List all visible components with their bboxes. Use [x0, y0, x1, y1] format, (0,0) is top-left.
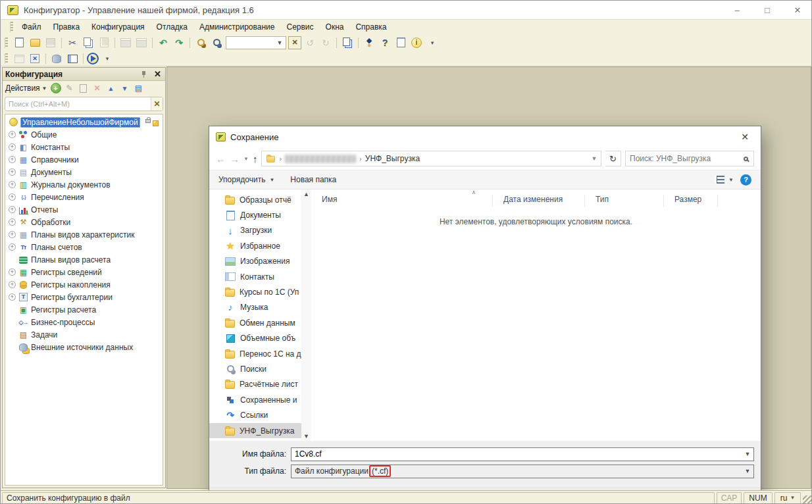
- win-settings-icon[interactable]: [12, 52, 26, 65]
- tree-item-label[interactable]: Отчеты: [31, 205, 58, 214]
- divider-icon[interactable]: [150, 37, 155, 49]
- tree-item-label[interactable]: Константы: [31, 143, 70, 152]
- menu-item[interactable]: Конфигурация: [86, 21, 151, 33]
- resize-grip[interactable]: [803, 495, 811, 504]
- expand-plus-icon[interactable]: +: [9, 156, 16, 163]
- tree-item-label[interactable]: Журналы документов: [31, 180, 111, 189]
- menu-item[interactable]: Окна: [320, 21, 350, 33]
- cut-icon[interactable]: [65, 36, 80, 49]
- tree-item[interactable]: + Отчеты: [5, 203, 163, 216]
- column-size[interactable]: Размер: [664, 195, 718, 207]
- sidebar-item-label[interactable]: Поиски: [240, 365, 266, 374]
- tree-item-label[interactable]: Планы видов расчета: [31, 255, 111, 265]
- sidebar-scrollbar[interactable]: ▲ ▼: [301, 189, 311, 441]
- new-folder-button[interactable]: Новая папка: [290, 175, 336, 184]
- print-preview-icon[interactable]: [134, 36, 149, 49]
- tree-item[interactable]: + Перечисления: [5, 191, 163, 203]
- sidebar-item[interactable]: Избранное: [209, 238, 301, 253]
- nav-up-icon[interactable]: ↑: [253, 153, 258, 164]
- redo-icon[interactable]: [172, 36, 186, 49]
- chevron-down-icon[interactable]: ▼: [742, 468, 753, 474]
- sidebar-item[interactable]: Расчётные лист: [209, 377, 301, 392]
- divider-icon[interactable]: [43, 53, 48, 64]
- sidebar-item-label[interactable]: Документы: [240, 211, 281, 220]
- find-icon[interactable]: [193, 36, 208, 49]
- expand-plus-icon[interactable]: +: [9, 131, 16, 138]
- sidebar-item[interactable]: Поиски: [209, 361, 301, 376]
- tree-item-label[interactable]: Регистры бухгалтерии: [31, 293, 113, 302]
- scroll-up-icon[interactable]: ▲: [303, 191, 309, 197]
- expand-plus-icon[interactable]: +: [9, 143, 16, 151]
- tree-item[interactable]: + Планы счетов: [5, 241, 163, 253]
- help-topics-icon[interactable]: [378, 36, 392, 49]
- dialog-close-icon[interactable]: ✕: [736, 132, 754, 142]
- chevron-down-icon[interactable]: ▼: [742, 451, 753, 457]
- expand-plus-icon[interactable]: +: [9, 206, 16, 213]
- close-button[interactable]: ✕: [782, 1, 812, 19]
- nav-back-icon[interactable]: ←: [216, 153, 226, 164]
- tree-item[interactable]: + Задачи: [5, 328, 163, 341]
- tree-item[interactable]: + Регистры бухгалтерии: [5, 291, 163, 303]
- sidebar-item-label[interactable]: Изображения: [240, 257, 290, 266]
- sidebar-item-label[interactable]: Избранное: [240, 241, 280, 251]
- menu-item[interactable]: Правка: [47, 21, 86, 33]
- address-chevron-icon[interactable]: ▼: [588, 155, 601, 162]
- expand-plus-icon[interactable]: +: [9, 268, 16, 276]
- act-down-icon[interactable]: [120, 83, 130, 93]
- sidebar-item[interactable]: Сохраненные и: [209, 392, 301, 407]
- print-icon[interactable]: [118, 36, 133, 49]
- tree-item[interactable]: + Общие: [5, 128, 163, 141]
- search-icon[interactable]: [744, 157, 748, 161]
- tree-item[interactable]: + Планы видов расчета: [5, 253, 163, 266]
- divider-icon[interactable]: [81, 53, 86, 64]
- sidebar-item-label[interactable]: Объемные объ: [240, 334, 295, 343]
- tree-search-input[interactable]: [5, 100, 151, 108]
- tree-item-label[interactable]: Справочники: [31, 155, 79, 164]
- minimize-button[interactable]: –: [722, 1, 752, 19]
- info-icon[interactable]: [409, 36, 424, 49]
- sidebar-item[interactable]: Документы: [209, 207, 301, 222]
- menu-item[interactable]: Справка: [349, 21, 392, 33]
- clear-tree-search-icon[interactable]: ✕: [151, 97, 163, 111]
- tree-item[interactable]: + Бизнес-процессы: [5, 316, 163, 328]
- divider-icon[interactable]: [188, 37, 192, 49]
- sidebar-item-label[interactable]: УНФ_Выгрузка: [240, 426, 294, 436]
- maximize-button[interactable]: □: [752, 1, 782, 19]
- tree-item[interactable]: + Обработки: [5, 216, 163, 228]
- sidebar-item[interactable]: Перенос 1С на д: [209, 346, 301, 361]
- nav-forward-icon[interactable]: →: [230, 153, 240, 164]
- open-file-icon[interactable]: [28, 36, 42, 49]
- act-edit-icon[interactable]: [64, 83, 75, 93]
- divider-icon[interactable]: [113, 37, 117, 49]
- act-list-icon[interactable]: [134, 83, 144, 93]
- tree-item-label[interactable]: Задачи: [31, 330, 57, 340]
- sidebar-item-label[interactable]: Перенос 1С на д: [240, 349, 301, 359]
- win-close-icon[interactable]: [28, 52, 42, 65]
- sidebar-item-label[interactable]: Контакты: [240, 272, 274, 282]
- column-date[interactable]: Дата изменения: [493, 195, 585, 207]
- menu-item[interactable]: Сервис: [280, 21, 319, 33]
- form-editor-icon[interactable]: [65, 52, 80, 65]
- chevron-down-icon[interactable]: ▼: [275, 39, 284, 46]
- search-next-icon[interactable]: [318, 36, 333, 49]
- filetype-combobox[interactable]: Файл конфигурации (*.cf) ▼: [291, 465, 754, 478]
- template-doc-icon[interactable]: [393, 36, 408, 49]
- overflow-icon[interactable]: [100, 52, 114, 65]
- search-prev-icon[interactable]: [303, 36, 317, 49]
- sidebar-item[interactable]: Изображения: [209, 254, 301, 269]
- window-copy-icon[interactable]: [340, 36, 355, 49]
- help-icon[interactable]: ?: [740, 174, 751, 186]
- tree-item[interactable]: + Справочники: [5, 153, 163, 166]
- sidebar-item[interactable]: Загрузки: [209, 223, 301, 238]
- sidebar-item[interactable]: Курсы по 1С (Уп: [209, 284, 301, 299]
- tree-item[interactable]: + Регистры накопления: [5, 278, 163, 291]
- tree-item[interactable]: + Журналы документов: [5, 178, 163, 191]
- nav-history-chevron-icon[interactable]: ▼: [243, 156, 249, 162]
- expand-plus-icon[interactable]: +: [9, 168, 16, 176]
- act-add-icon[interactable]: [51, 83, 61, 93]
- tree-root-label[interactable]: УправлениеНебольшойФирмой: [20, 117, 140, 128]
- column-name[interactable]: Имя: [311, 195, 493, 207]
- sidebar-item-label[interactable]: Курсы по 1С (Уп: [240, 288, 299, 297]
- start-debug-icon[interactable]: [87, 53, 99, 64]
- sidebar-item-label[interactable]: Ссылки: [240, 411, 268, 420]
